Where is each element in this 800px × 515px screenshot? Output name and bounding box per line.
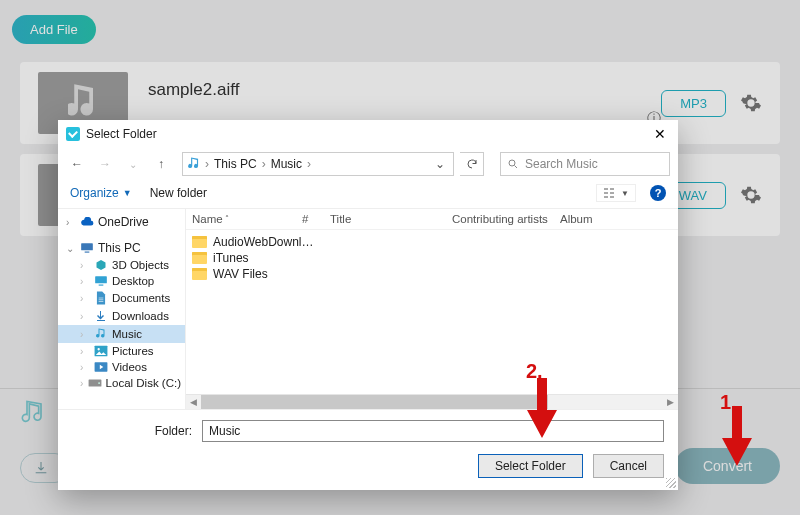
folder-field-label: Folder: (72, 424, 192, 438)
tree-item-label: Pictures (112, 345, 154, 357)
chevron-right-icon: › (203, 157, 211, 171)
breadcrumb-segment[interactable]: This PC (213, 157, 258, 171)
close-icon[interactable]: ✕ (650, 126, 670, 142)
sort-caret-icon: ˄ (225, 214, 229, 223)
tree-item-3d-objects[interactable]: ›3D Objects (58, 257, 185, 273)
organize-menu[interactable]: Organize ▼ (70, 186, 132, 200)
dialog-title: Select Folder (86, 127, 650, 141)
svg-rect-2 (85, 252, 90, 253)
chevron-down-icon[interactable]: ⌄ (431, 157, 449, 171)
tree-item-label: Music (112, 328, 142, 340)
cloud-icon (80, 217, 94, 227)
scroll-right-icon[interactable]: ▶ (663, 397, 678, 407)
svg-point-9 (98, 382, 100, 384)
folder-name-input[interactable] (202, 420, 664, 442)
pc-icon (80, 242, 94, 254)
cancel-button[interactable]: Cancel (593, 454, 664, 478)
search-icon (507, 158, 519, 170)
disk-icon (88, 377, 102, 389)
horizontal-scrollbar[interactable]: ◀ ▶ (186, 394, 678, 409)
svg-rect-4 (99, 285, 104, 286)
resize-grip[interactable] (666, 478, 676, 488)
tree-item-label: Documents (112, 292, 170, 304)
help-icon[interactable]: ? (650, 185, 666, 201)
nav-recent-button[interactable]: ⌄ (122, 153, 144, 175)
desktop-icon (94, 275, 108, 287)
svg-point-6 (98, 348, 100, 350)
cube-icon (94, 259, 108, 271)
dialog-body: ›OneDrive ⌄This PC ›3D Objects›Desktop›D… (58, 209, 678, 409)
tree-item-label: Local Disk (C:) (106, 377, 181, 389)
list-item-name: WAV Files (213, 267, 268, 281)
list-item[interactable]: WAV Files (186, 266, 678, 282)
folder-icon (192, 268, 207, 280)
tree-item-label: Downloads (112, 310, 169, 322)
svg-rect-3 (95, 276, 107, 283)
list-item-name: iTunes (213, 251, 249, 265)
refresh-icon (466, 158, 478, 170)
tree-item-label: Desktop (112, 275, 154, 287)
tree-item-music[interactable]: ›Music (58, 325, 185, 343)
dialog-toolbar: Organize ▼ New folder ▼ ? (58, 180, 678, 209)
folder-tree[interactable]: ›OneDrive ⌄This PC ›3D Objects›Desktop›D… (58, 209, 186, 409)
dialog-footer: Folder: Select Folder Cancel (58, 409, 678, 490)
file-list[interactable]: Name ˄ # Title Contributing artists Albu… (186, 209, 678, 409)
picture-icon (94, 345, 108, 357)
chevron-right-icon: › (305, 157, 313, 171)
breadcrumb-segment[interactable]: Music (270, 157, 303, 171)
search-input[interactable]: Search Music (500, 152, 670, 176)
tree-item-videos[interactable]: ›Videos (58, 359, 185, 375)
dialog-navbar: ← → ⌄ ↑ › This PC › Music › ⌄ Search Mus… (58, 148, 678, 180)
doc-icon (94, 291, 108, 305)
tree-item-label: 3D Objects (112, 259, 169, 271)
scroll-left-icon[interactable]: ◀ (186, 397, 201, 407)
folder-icon (192, 252, 207, 264)
download-icon (94, 309, 108, 323)
column-headers[interactable]: Name ˄ # Title Contributing artists Albu… (186, 209, 678, 230)
search-placeholder: Search Music (525, 157, 598, 171)
video-icon (94, 361, 108, 373)
refresh-button[interactable] (460, 152, 484, 176)
tree-item-this-pc[interactable]: ⌄This PC (58, 239, 185, 257)
select-folder-dialog: Select Folder ✕ ← → ⌄ ↑ › This PC › Musi… (58, 120, 678, 490)
view-options-button[interactable]: ▼ (596, 184, 636, 202)
tree-item-desktop[interactable]: ›Desktop (58, 273, 185, 289)
breadcrumb[interactable]: › This PC › Music › ⌄ (182, 152, 454, 176)
svg-rect-1 (81, 243, 93, 250)
list-item[interactable]: AudioWebDownloa... (186, 234, 678, 250)
list-item[interactable]: iTunes (186, 250, 678, 266)
new-folder-button[interactable]: New folder (150, 186, 207, 200)
view-icon (603, 187, 617, 199)
chevron-down-icon: ▼ (621, 189, 629, 198)
select-folder-button[interactable]: Select Folder (478, 454, 583, 478)
tree-item-downloads[interactable]: ›Downloads (58, 307, 185, 325)
tree-item-onedrive[interactable]: ›OneDrive (58, 213, 185, 231)
svg-point-0 (509, 160, 515, 166)
music-icon (94, 327, 108, 341)
app-logo-icon (66, 127, 80, 141)
nav-back-button[interactable]: ← (66, 153, 88, 175)
tree-item-label: Videos (112, 361, 147, 373)
chevron-down-icon: ▼ (123, 188, 132, 198)
dialog-titlebar: Select Folder ✕ (58, 120, 678, 148)
chevron-right-icon: › (260, 157, 268, 171)
tree-item-documents[interactable]: ›Documents (58, 289, 185, 307)
music-folder-icon (187, 157, 201, 171)
folder-icon (192, 236, 207, 248)
scrollbar-thumb[interactable] (201, 395, 548, 409)
tree-item-local-disk-c-[interactable]: ›Local Disk (C:) (58, 375, 185, 391)
list-item-name: AudioWebDownloa... (213, 235, 318, 249)
tree-item-pictures[interactable]: ›Pictures (58, 343, 185, 359)
nav-forward-button[interactable]: → (94, 153, 116, 175)
nav-up-button[interactable]: ↑ (150, 153, 172, 175)
